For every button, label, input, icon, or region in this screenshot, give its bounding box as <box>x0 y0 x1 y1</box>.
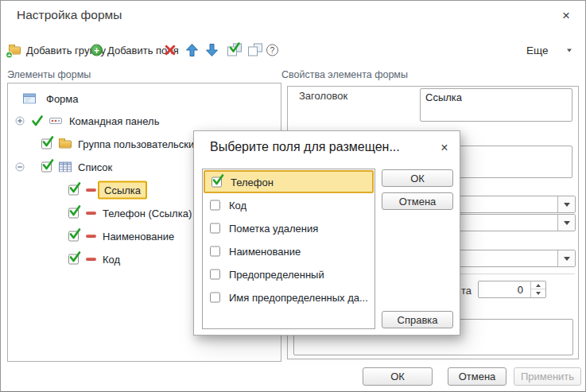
field-label: Наименование <box>229 245 301 257</box>
checkbox-unchecked[interactable] <box>210 200 220 210</box>
height-property-label: та <box>461 285 472 297</box>
remove-dash-icon <box>86 212 96 215</box>
table-icon <box>59 162 72 173</box>
plus-badge-icon: + <box>6 51 13 58</box>
field-label: Имя предопределенных да... <box>229 291 368 303</box>
title-input[interactable]: Ссылка <box>420 88 572 122</box>
check-all-button[interactable] <box>227 44 243 57</box>
chevron-down-icon <box>564 221 570 225</box>
field-row-deletion-mark[interactable]: Пометка удаления <box>204 216 374 239</box>
arrow-down-icon <box>205 43 219 57</box>
checkbox-checked[interactable] <box>68 208 79 219</box>
collapse-minus-icon[interactable] <box>15 162 25 172</box>
check-all-icon <box>227 44 243 57</box>
arrow-up-icon <box>185 43 199 57</box>
tree-label-list: Список <box>78 161 112 173</box>
plus-circle-icon: + <box>91 45 103 56</box>
visible-check-icon[interactable] <box>31 115 44 127</box>
field-row-predefined-data-name[interactable]: Имя предопределенных да... <box>204 285 374 309</box>
form-icon <box>23 94 36 104</box>
remove-dash-icon <box>86 188 96 192</box>
stepper-up-button[interactable] <box>531 281 545 289</box>
checkbox-checked[interactable] <box>68 185 79 196</box>
folder-icon <box>59 139 72 149</box>
checkbox-unchecked[interactable] <box>210 269 220 279</box>
field-label: Пометка удаления <box>229 222 318 234</box>
expand-plus-icon[interactable] <box>15 116 25 126</box>
dropdown-arrow-button[interactable] <box>557 215 575 231</box>
tree-row-form[interactable]: Форма <box>8 90 281 107</box>
ok-button[interactable]: ОК <box>363 367 433 386</box>
tree-row-command-bar[interactable]: Командная панель <box>8 112 281 130</box>
checkbox-checked[interactable] <box>41 162 52 173</box>
title-input-value: Ссылка <box>425 91 462 103</box>
checkbox-checked[interactable] <box>68 254 79 265</box>
field-row-predefined[interactable]: Предопределенный <box>204 262 374 285</box>
more-label: Еще <box>526 45 548 56</box>
field-label: Предопределенный <box>229 268 324 280</box>
remove-dash-icon <box>86 258 96 261</box>
form-settings-window: Настройка формы × + Добавить группу + До… <box>0 0 586 392</box>
checkbox-unchecked[interactable] <box>210 292 220 302</box>
tree-label-form: Форма <box>46 93 79 105</box>
checkbox-unchecked[interactable] <box>210 223 220 233</box>
delete-x-icon <box>164 45 177 56</box>
help-icon: ? <box>266 45 278 56</box>
dialog-title: Выберите поля для размещен... <box>210 140 400 154</box>
triangle-up-icon <box>536 284 541 287</box>
checkbox-checked[interactable] <box>41 139 52 149</box>
height-stepper[interactable]: 0 <box>478 281 546 298</box>
command-bar-icon <box>49 118 62 124</box>
dialog-help-button[interactable]: Справка <box>382 311 453 328</box>
fields-listbox: Телефон Код Пометка удаления Наименовани… <box>202 169 375 329</box>
help-button[interactable]: ? <box>266 45 278 56</box>
window-title: Настройка формы <box>17 8 122 22</box>
checkbox-checked[interactable] <box>212 177 222 187</box>
tree-label-name: Наименование <box>103 231 174 243</box>
field-row-phone[interactable]: Телефон <box>204 170 374 193</box>
apply-button[interactable]: Применить <box>514 367 581 386</box>
toolbar: + Добавить группу + Добавить поля <box>1 37 585 63</box>
stepper-buttons <box>530 281 545 297</box>
chevron-down-icon <box>564 203 570 207</box>
triangle-down-icon <box>536 292 541 295</box>
dropdown-arrow-button[interactable] <box>557 196 575 212</box>
checkbox-unchecked[interactable] <box>210 246 220 256</box>
dialog-close-icon[interactable]: × <box>435 138 454 157</box>
remove-dash-icon <box>86 235 96 238</box>
uncheck-all-icon <box>247 44 263 57</box>
height-value: 0 <box>479 281 526 297</box>
title-property-label: Заголовок <box>299 90 347 102</box>
window-close-icon[interactable]: × <box>557 6 576 25</box>
elements-header: Элементы формы <box>7 69 91 80</box>
checkbox-checked[interactable] <box>68 231 79 242</box>
move-up-button[interactable] <box>185 43 199 57</box>
select-fields-dialog: Выберите поля для размещен... × Телефон … <box>193 130 460 336</box>
more-arrow-icon <box>567 49 572 52</box>
tree-label-code: Код <box>103 254 120 266</box>
more-button[interactable]: Еще <box>526 45 572 56</box>
cancel-button[interactable]: Отмена <box>448 367 506 386</box>
move-down-button[interactable] <box>205 43 219 57</box>
field-row-name[interactable]: Наименование <box>204 239 374 262</box>
add-group-folder-icon: + <box>7 45 21 56</box>
field-row-code[interactable]: Код <box>204 193 374 216</box>
tree-label-link-selected: Ссылка <box>98 181 147 200</box>
properties-header: Свойства элемента формы <box>281 69 408 80</box>
uncheck-all-button[interactable] <box>247 44 263 57</box>
field-label: Телефон <box>231 176 274 188</box>
delete-button[interactable] <box>164 45 177 56</box>
chevron-down-icon <box>564 257 570 261</box>
dialog-ok-button[interactable]: ОК <box>382 169 453 187</box>
field-label: Код <box>229 199 246 211</box>
stepper-down-button[interactable] <box>531 289 545 297</box>
tree-label-phone: Телефон (Ссылка) <box>103 208 192 219</box>
dialog-cancel-button[interactable]: Отмена <box>382 192 453 210</box>
tree-label-command-bar: Командная панель <box>69 115 159 127</box>
dropdown-arrow-button[interactable] <box>557 250 575 266</box>
tree-label-user-group: Группа пользовательских <box>78 138 200 150</box>
